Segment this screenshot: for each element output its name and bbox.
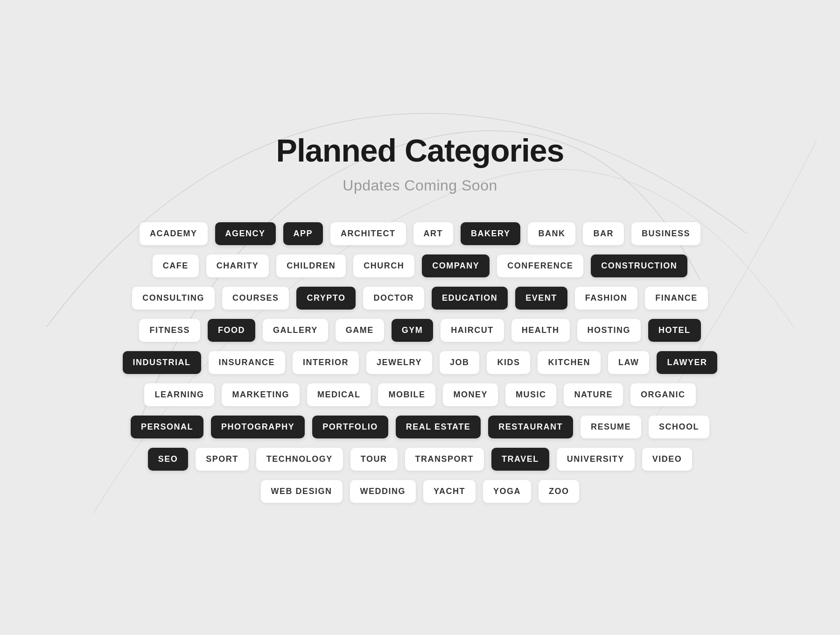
tag-organic[interactable]: ORGANIC	[630, 383, 696, 406]
tag-industrial[interactable]: INDUSTRIAL	[123, 351, 201, 374]
tag-law[interactable]: LAW	[608, 351, 650, 374]
tag-transport[interactable]: TRANSPORT	[405, 448, 484, 471]
category-row-6: PERSONALPHOTOGRAPHYPORTFOLIOREAL ESTATER…	[131, 416, 709, 438]
tag-architect[interactable]: ARCHITECT	[330, 222, 406, 245]
tag-photography[interactable]: PHOTOGRAPHY	[211, 416, 305, 438]
tag-resume[interactable]: RESUME	[581, 416, 641, 438]
tag-portfolio[interactable]: PORTFOLIO	[312, 416, 388, 438]
tag-gym[interactable]: GYM	[392, 319, 434, 342]
tag-job[interactable]: JOB	[440, 351, 480, 374]
tag-tour[interactable]: TOUR	[350, 448, 398, 471]
tag-haircut[interactable]: HAIRCUT	[441, 319, 504, 342]
tag-church[interactable]: CHURCH	[353, 254, 414, 277]
tag-academy[interactable]: ACADEMY	[140, 222, 208, 245]
tag-app[interactable]: APP	[283, 222, 323, 245]
tag-wedding[interactable]: WEDDING	[350, 480, 416, 503]
tag-restaurant[interactable]: RESTAURANT	[488, 416, 573, 438]
tag-doctor[interactable]: DOCTOR	[363, 287, 424, 310]
main-container: Planned Categories Updates Coming Soon A…	[0, 113, 840, 522]
tag-bakery[interactable]: BAKERY	[461, 222, 520, 245]
tag-bank[interactable]: BANK	[528, 222, 575, 245]
tag-learning[interactable]: LEARNING	[144, 383, 214, 406]
tag-interior[interactable]: INTERIOR	[293, 351, 359, 374]
tag-insurance[interactable]: INSURANCE	[209, 351, 286, 374]
category-row-2: CONSULTINGCOURSESCRYPTODOCTOREDUCATIONEV…	[132, 287, 708, 310]
tag-children[interactable]: CHILDREN	[276, 254, 346, 277]
tag-construction[interactable]: CONSTRUCTION	[591, 254, 687, 277]
tag-travel[interactable]: TRAVEL	[491, 448, 549, 471]
tag-game[interactable]: GAME	[336, 319, 384, 342]
category-row-8: WEB DESIGNWEDDINGYACHTYOGAZOO	[261, 480, 580, 503]
tag-video[interactable]: VIDEO	[642, 448, 693, 471]
tag-business[interactable]: BUSINESS	[631, 222, 700, 245]
tag-event[interactable]: EVENT	[515, 287, 567, 310]
tag-real-estate[interactable]: REAL ESTATE	[396, 416, 481, 438]
category-row-5: LEARNINGMARKETINGMEDICALMOBILEMONEYMUSIC…	[144, 383, 695, 406]
tag-medical[interactable]: MEDICAL	[307, 383, 371, 406]
tag-charity[interactable]: CHARITY	[206, 254, 269, 277]
tag-kitchen[interactable]: KITCHEN	[538, 351, 601, 374]
tag-health[interactable]: HEALTH	[511, 319, 570, 342]
category-row-4: INDUSTRIALINSURANCEINTERIORJEWELRYJOBKID…	[123, 351, 718, 374]
tag-mobile[interactable]: MOBILE	[378, 383, 435, 406]
tag-technology[interactable]: TECHNOLOGY	[256, 448, 343, 471]
tag-fitness[interactable]: FITNESS	[139, 319, 200, 342]
tag-courses[interactable]: COURSES	[222, 287, 289, 310]
tag-bar[interactable]: BAR	[583, 222, 624, 245]
tag-crypto[interactable]: CRYPTO	[296, 287, 356, 310]
tag-money[interactable]: MONEY	[443, 383, 498, 406]
tag-cafe[interactable]: CAFE	[153, 254, 199, 277]
tag-personal[interactable]: PERSONAL	[131, 416, 203, 438]
tag-jewelry[interactable]: JEWELRY	[366, 351, 432, 374]
tag-consulting[interactable]: CONSULTING	[132, 287, 215, 310]
tag-yacht[interactable]: YACHT	[423, 480, 476, 503]
category-row-7: SEOSPORTTECHNOLOGYTOURTRANSPORTTRAVELUNI…	[148, 448, 692, 471]
category-row-3: FITNESSFOODGALLERYGAMEGYMHAIRCUTHEALTHHO…	[139, 319, 700, 342]
tag-zoo[interactable]: ZOO	[539, 480, 580, 503]
tag-art[interactable]: ART	[413, 222, 454, 245]
category-row-0: ACADEMYAGENCYAPPARCHITECTARTBAKERYBANKBA…	[140, 222, 700, 245]
tag-school[interactable]: SCHOOL	[649, 416, 709, 438]
tag-sport[interactable]: SPORT	[196, 448, 249, 471]
tag-conference[interactable]: CONFERENCE	[497, 254, 583, 277]
tag-company[interactable]: COMPANY	[422, 254, 490, 277]
tag-gallery[interactable]: GALLERY	[263, 319, 328, 342]
tag-web-design[interactable]: WEB DESIGN	[261, 480, 343, 503]
tag-seo[interactable]: SEO	[148, 448, 189, 471]
tag-fashion[interactable]: FASHION	[575, 287, 638, 310]
tag-agency[interactable]: AGENCY	[215, 222, 276, 245]
category-row-1: CAFECHARITYCHILDRENCHURCHCOMPANYCONFEREN…	[153, 254, 688, 277]
tag-university[interactable]: UNIVERSITY	[557, 448, 635, 471]
tag-nature[interactable]: NATURE	[564, 383, 623, 406]
page-subtitle: Updates Coming Soon	[343, 177, 497, 194]
tag-hosting[interactable]: HOSTING	[577, 319, 641, 342]
tag-marketing[interactable]: MARKETING	[222, 383, 300, 406]
tag-hotel[interactable]: HOTEL	[648, 319, 701, 342]
page-title: Planned Categories	[276, 132, 564, 169]
tag-music[interactable]: MUSIC	[505, 383, 557, 406]
tag-kids[interactable]: KIDS	[487, 351, 530, 374]
tag-yoga[interactable]: YOGA	[483, 480, 531, 503]
tag-finance[interactable]: FINANCE	[645, 287, 708, 310]
categories-grid: ACADEMYAGENCYAPPARCHITECTARTBAKERYBANKBA…	[140, 222, 700, 503]
tag-education[interactable]: EDUCATION	[432, 287, 508, 310]
tag-lawyer[interactable]: LAWYER	[657, 351, 717, 374]
tag-food[interactable]: FOOD	[208, 319, 255, 342]
